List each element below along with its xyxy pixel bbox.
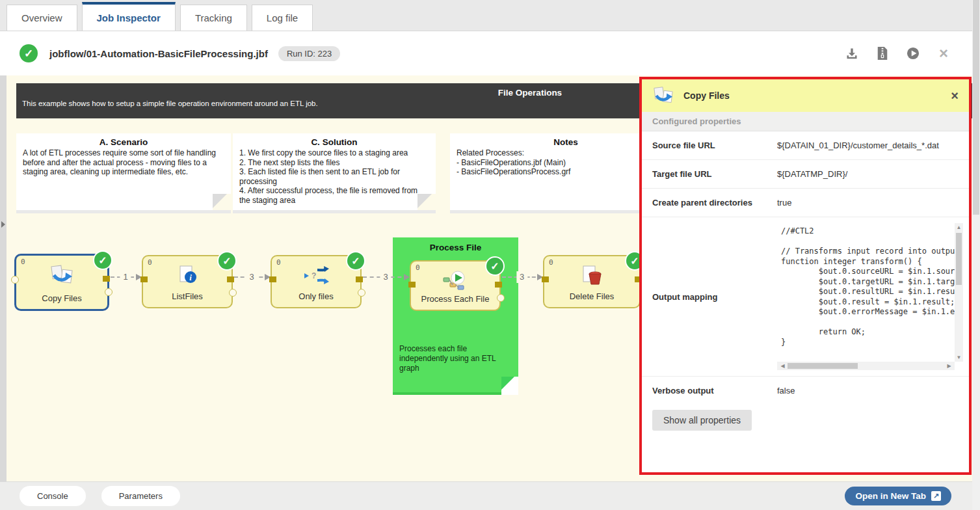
panel-title: Copy Files [683,90,730,101]
output-port [227,276,234,282]
node-label: Only files [272,291,360,301]
success-check-icon: ✓ [20,44,38,62]
tab-bar: Overview Job Inspector Tracking Log file [0,0,980,31]
success-check-icon: ✓ [346,251,365,271]
left-gutter [0,75,7,510]
job-inspector-app: Overview Job Inspector Tracking Log file… [0,0,980,510]
property-label: Source file URL [652,141,777,150]
panel-header: Copy Files × [642,79,969,112]
download-icon[interactable] [845,47,858,60]
property-row: Create parent directories true [642,189,969,217]
edge-record-count: 1 [120,271,131,283]
port-notch [358,289,365,297]
external-link-icon: ↗ [931,491,941,501]
note-title: C. Solution [233,137,436,147]
node-label: Delete Files [544,291,639,301]
etl-graph-icon [411,270,499,291]
horizontal-scrollbar[interactable]: ◀ ▶ [777,362,955,370]
node-listfiles[interactable]: 0 i ListFiles ✓ [142,255,233,308]
port-notch [105,288,113,296]
property-value: ${DATATMP_DIR}/ [777,169,847,179]
folded-corner-icon [417,194,436,213]
scrollbar-thumb[interactable] [956,233,962,285]
input-port [269,276,276,282]
success-check-icon: ✓ [485,256,505,276]
scrollbar-thumb[interactable] [973,0,979,215]
output-port [103,276,110,282]
toolbar: × [845,47,950,60]
filter-files-icon: ? [272,265,360,286]
folded-corner-icon [501,377,518,395]
port-notch [11,276,19,284]
input-port [542,276,549,282]
node-only-files[interactable]: 0 ? Only files ✓ [271,255,362,308]
edge-copy-to-list: 1 [111,276,140,278]
scroll-down-icon[interactable]: ▼ [955,355,963,360]
title-bar: ✓ jobflow/01-Automation-BasicFileProcess… [0,31,972,75]
copy-files-icon [652,86,674,105]
close-icon[interactable]: × [937,47,950,60]
tab-log-file[interactable]: Log file [252,5,313,31]
note-title: A. Scenario [16,137,231,147]
property-row: Source file URL ${DATAIN_01_DIR}/custome… [642,131,969,160]
panel-close-icon[interactable]: × [951,89,959,102]
open-in-new-tab-button[interactable]: Open in New Tab ↗ [845,487,951,505]
vertical-scrollbar[interactable]: ▲ ▼ [955,223,963,362]
folded-corner-icon [213,194,231,213]
copy-files-icon [16,264,107,286]
tab-tracking[interactable]: Tracking [180,5,247,31]
code-text: //#CTL2 // Transforms input record into … [777,223,963,351]
node-copy-files[interactable]: 0 Copy Files ✓ [14,254,109,311]
svg-text:i: i [189,273,192,282]
show-all-properties-button[interactable]: Show all properties [652,410,752,431]
property-label: Output mapping [652,292,777,302]
property-value: false [777,386,795,396]
property-label: Create parent directories [652,198,777,208]
edge-only-to-process: 3 [363,276,408,278]
node-label: ListFiles [143,291,232,301]
list-files-icon: i [143,265,232,286]
edge-process-to-delete: 3 [502,276,542,278]
property-value: ${DATAIN_01_DIR}/customer_details_*.dat [777,141,939,150]
property-label: Verbose output [652,386,777,396]
tab-job-inspector[interactable]: Job Inspector [82,2,176,31]
input-port [408,282,416,288]
scrollbar-thumb[interactable] [788,363,858,369]
section-header: Configured properties [642,112,969,131]
node-label: Process Each File [411,294,499,304]
note-scenario: A. Scenario A lot of ETL processes requi… [16,133,231,213]
input-port [140,276,148,282]
run-play-icon[interactable] [907,47,920,60]
success-check-icon: ✓ [217,251,237,271]
scroll-right-icon[interactable]: ▶ [945,363,953,369]
scroll-left-icon[interactable]: ◀ [778,363,787,369]
tab-overview[interactable]: Overview [7,5,77,31]
output-port [356,276,363,282]
port-notch [229,289,237,297]
property-label: Target file URL [652,169,777,179]
window-scrollbar[interactable] [972,0,980,510]
open-in-new-tab-label: Open in New Tab [855,491,926,501]
expand-left-panel-icon[interactable] [1,221,5,228]
node-delete-files[interactable]: 0 Delete Files ✓ [543,255,641,308]
port-notch [497,294,505,302]
svg-text:?: ? [311,271,316,280]
property-row: Target file URL ${DATATMP_DIR}/ [642,160,969,189]
container-title: Process File [393,243,518,252]
edge-record-count: 3 [246,271,257,283]
node-label: Copy Files [16,293,107,303]
job-title: jobflow/01-Automation-BasicFileProcessin… [49,48,268,59]
output-mapping-code[interactable]: //#CTL2 // Transforms input record into … [777,223,963,370]
edge-record-count: 3 [380,271,391,283]
node-process-each-file[interactable]: 0 Process Each File ✓ [410,260,501,311]
property-value: true [777,198,791,208]
export-archive-icon[interactable] [876,47,889,60]
edge-record-count: 3 [516,271,527,283]
success-check-icon: ✓ [93,250,113,270]
parameters-button[interactable]: Parameters [101,486,180,506]
edge-list-to-only: 3 [234,276,269,278]
note-body: 1. We first copy the source files to a s… [233,148,436,205]
console-button[interactable]: Console [20,486,86,506]
scroll-up-icon[interactable]: ▲ [955,224,963,230]
output-port [495,282,502,288]
